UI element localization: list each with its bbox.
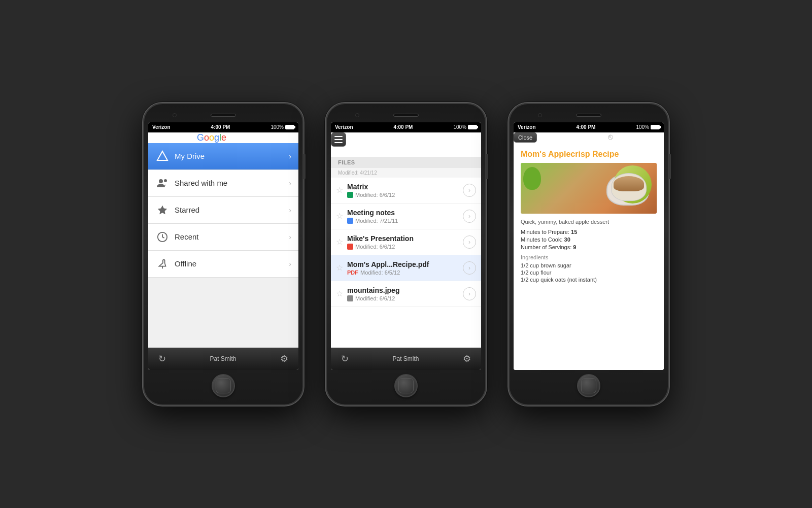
- sidebar-item-starred[interactable]: Starred ›: [148, 197, 298, 224]
- star-unfilled-icon[interactable]: ☆: [336, 185, 343, 195]
- front-camera-2: [355, 113, 359, 117]
- star-icon: [155, 203, 170, 217]
- chevron-icon: ›: [289, 152, 291, 160]
- file-modified-pres: Modified: 6/6/12: [355, 244, 395, 250]
- home-button-inner-1: [216, 378, 231, 393]
- home-button-1[interactable]: [212, 374, 235, 397]
- file-info-recipe: Mom's Appl...Recipe.pdf PDF Modified: 6/…: [347, 260, 463, 276]
- file-modified-meeting: Modified: 7/21/11: [355, 218, 398, 224]
- app-title: Google Drive: [148, 132, 298, 143]
- svg-point-3: [164, 179, 167, 182]
- file-item-presentation[interactable]: ☆ Mike's Presentation Modified: 6/6/12 ›: [331, 229, 481, 255]
- hamburger-button[interactable]: [331, 132, 346, 147]
- modified-header: Modified: 4/21/12: [331, 168, 481, 178]
- file-name-meeting: Meeting notes: [347, 209, 463, 217]
- recipe-image: [521, 163, 657, 214]
- star-unfilled-icon-meeting[interactable]: ☆: [336, 211, 343, 221]
- file-name-pres: Mike's Presentation: [347, 234, 463, 243]
- settings-icon[interactable]: ⚙: [280, 353, 288, 364]
- file-item-matrix[interactable]: ☆ Matrix Modified: 6/6/12 ›: [331, 178, 481, 204]
- stat-prepare: Minutes to Prepare: 15: [521, 229, 657, 235]
- file-name-mountains: mountains.jpeg: [347, 286, 463, 294]
- google-text: Google: [197, 132, 226, 143]
- file-meta-meeting: Modified: 7/21/11: [347, 218, 463, 224]
- file-chevron-recipe[interactable]: ›: [463, 261, 476, 275]
- file-list: ☆ Matrix Modified: 6/6/12 › ☆ Meeting no…: [331, 178, 481, 348]
- sync-icon-2[interactable]: ↻: [341, 353, 349, 364]
- doc-content: Mom's Applecrisp Recipe Quick, yummy, ba…: [514, 143, 664, 370]
- svg-marker-4: [158, 205, 167, 214]
- status-bar-2: Verizon 4:00 PM 100%: [331, 122, 481, 132]
- carrier-3: Verizon: [518, 124, 536, 130]
- chevron-icon-offline: ›: [289, 260, 291, 268]
- hamburger-line: [334, 142, 343, 143]
- earpiece-speaker-2: [393, 114, 419, 117]
- share-icon[interactable]: ⎋: [608, 132, 613, 141]
- file-item-mountains[interactable]: ☆ mountains.jpeg Modified: 6/6/12 ›: [331, 281, 481, 307]
- sidebar-item-shared[interactable]: Shared with me ›: [148, 170, 298, 197]
- svg-marker-0: [157, 151, 167, 160]
- home-button-2[interactable]: [394, 374, 418, 397]
- sheets-icon: [347, 192, 353, 198]
- drive-header: Google Drive: [148, 132, 298, 143]
- file-name-matrix: Matrix: [347, 183, 463, 191]
- hamburger-line: [334, 136, 343, 137]
- sidebar-item-offline[interactable]: Offline ›: [148, 251, 298, 278]
- svg-point-2: [159, 179, 163, 183]
- phone-1-screen: Verizon 4:00 PM 100% Google Drive: [148, 122, 298, 370]
- battery-3: 100%: [636, 124, 660, 130]
- file-meta-mountains: Modified: 6/6/12: [347, 295, 463, 301]
- drive-icon: [155, 149, 170, 163]
- nav-title-2: My Drive: [331, 147, 367, 156]
- file-info-meeting: Meeting notes Modified: 7/21/11: [347, 209, 463, 224]
- star-unfilled-icon-mountains[interactable]: ☆: [336, 289, 343, 298]
- file-chevron-matrix[interactable]: ›: [463, 184, 476, 197]
- earpiece-speaker-3: [576, 114, 601, 117]
- close-button[interactable]: Close: [514, 132, 537, 143]
- drive-text: Drive: [228, 132, 250, 143]
- file-name-recipe: Mom's Appl...Recipe.pdf: [347, 260, 463, 268]
- phone-2-top: [330, 108, 482, 122]
- main-menu: My Drive › Shared with me ›: [148, 143, 298, 348]
- file-chevron-mountains[interactable]: ›: [463, 287, 476, 300]
- battery-icon-2: [468, 125, 477, 129]
- sidebar-item-label-recent: Recent: [175, 232, 289, 241]
- file-info-pres: Mike's Presentation Modified: 6/6/12: [347, 234, 463, 250]
- front-camera: [173, 113, 177, 117]
- settings-icon-2[interactable]: ⚙: [463, 353, 471, 364]
- file-meta-matrix: Modified: 6/6/12: [347, 192, 463, 198]
- battery-1: 100%: [270, 124, 294, 130]
- front-camera-3: [538, 113, 542, 117]
- chevron-icon-recent: ›: [289, 233, 291, 241]
- sidebar-item-recent[interactable]: Recent ›: [148, 224, 298, 251]
- stat-servings: Number of Servings: 9: [521, 244, 657, 250]
- phone-2-screen: Verizon 4:00 PM 100% My Drive FILES Modi…: [331, 122, 481, 370]
- clock-icon: [155, 230, 170, 244]
- home-button-inner-3: [581, 378, 596, 393]
- home-button-3[interactable]: [577, 374, 600, 397]
- hamburger-line: [334, 139, 343, 140]
- file-chevron-meeting[interactable]: ›: [463, 210, 476, 223]
- sidebar-item-my-drive[interactable]: My Drive ›: [148, 143, 298, 170]
- user-name-2: Pat Smith: [392, 355, 419, 362]
- star-unfilled-icon-pres[interactable]: ☆: [336, 237, 343, 247]
- phone-1-top: [147, 108, 299, 122]
- ingredients-section-title: Ingredients: [521, 254, 657, 260]
- file-item-meeting[interactable]: ☆ Meeting notes Modified: 7/21/11 ›: [331, 204, 481, 229]
- file-chevron-pres[interactable]: ›: [463, 235, 476, 249]
- sidebar-item-label-my-drive: My Drive: [175, 152, 289, 160]
- user-name-1: Pat Smith: [210, 355, 236, 362]
- home-button-inner-2: [398, 378, 414, 393]
- phone-3: Verizon 4:00 PM 100% Close Mom's Applecr…: [507, 102, 670, 407]
- time-3: 4:00 PM: [577, 124, 596, 130]
- file-item-recipe[interactable]: ☆ Mom's Appl...Recipe.pdf PDF Modified: …: [331, 255, 481, 281]
- battery-icon-1: [285, 125, 294, 129]
- files-section-label: FILES: [331, 157, 481, 168]
- star-unfilled-icon-recipe[interactable]: ☆: [336, 263, 343, 273]
- carrier-2: Verizon: [335, 124, 353, 130]
- sync-icon[interactable]: ↻: [158, 353, 166, 364]
- time-2: 4:00 PM: [394, 124, 413, 130]
- bottom-toolbar-1: ↻ Pat Smith ⚙: [148, 348, 298, 370]
- file-info-mountains: mountains.jpeg Modified: 6/6/12: [347, 286, 463, 301]
- doc-header: Close Mom's Applecrisp... ⎋: [514, 132, 664, 143]
